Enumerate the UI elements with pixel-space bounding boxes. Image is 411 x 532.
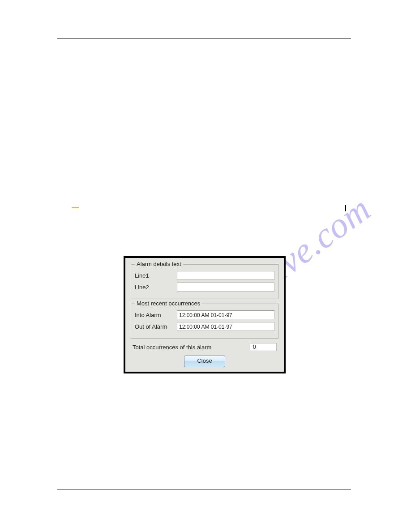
button-row: Close [129, 356, 280, 367]
divider-bottom [57, 489, 351, 489]
line2-row: Line2 [135, 283, 274, 292]
divider-top [57, 39, 351, 39]
total-occurrences-field[interactable]: 0 [250, 343, 277, 351]
alarm-details-text-legend: Alarm details text [135, 261, 183, 267]
total-occurrences-label: Total occurrences of this alarm [133, 344, 250, 351]
line1-label: Line1 [135, 272, 177, 279]
most-recent-legend: Most recent occurrences [135, 300, 202, 307]
line1-row: Line1 [135, 271, 274, 280]
out-of-alarm-label: Out of Alarm [135, 323, 177, 330]
into-alarm-row: Into Alarm 12:00:00 AM 01-01-97 [135, 310, 274, 319]
dash-mark [72, 207, 79, 208]
into-alarm-label: Into Alarm [135, 312, 177, 318]
alarm-details-text-group: Alarm details text Line1 Line2 [131, 264, 278, 299]
line1-field[interactable] [177, 271, 274, 280]
line2-label: Line2 [135, 284, 177, 291]
alarm-details-dialog: Alarm details text Line1 Line2 Most rece… [124, 256, 286, 373]
out-of-alarm-field[interactable]: 12:00:00 AM 01-01-97 [177, 322, 274, 331]
most-recent-occurrences-group: Most recent occurrences Into Alarm 12:00… [131, 304, 278, 339]
out-of-alarm-row: Out of Alarm 12:00:00 AM 01-01-97 [135, 322, 274, 331]
cursor-mark [345, 205, 346, 211]
into-alarm-field[interactable]: 12:00:00 AM 01-01-97 [177, 310, 274, 319]
total-occurrences-row: Total occurrences of this alarm 0 [133, 343, 277, 351]
close-button[interactable]: Close [184, 356, 225, 367]
line2-field[interactable] [177, 283, 274, 292]
